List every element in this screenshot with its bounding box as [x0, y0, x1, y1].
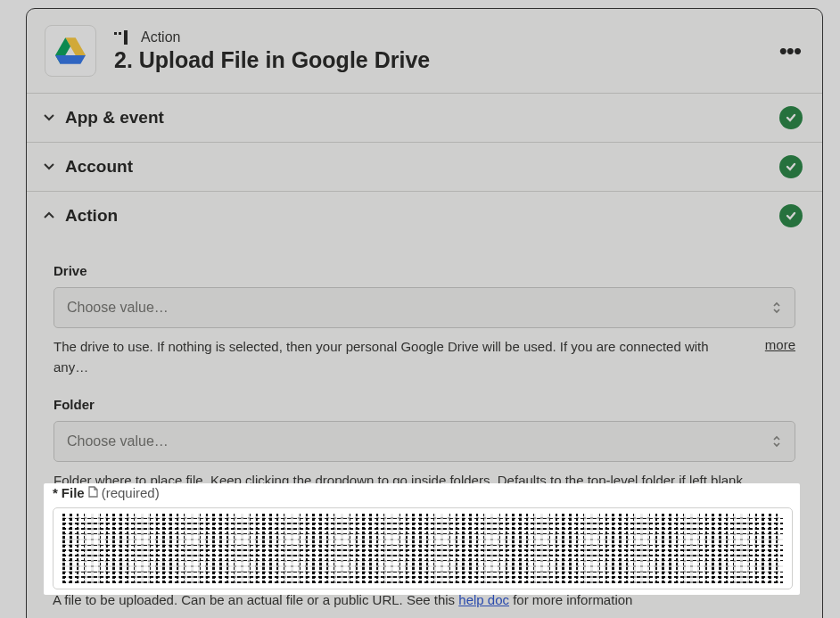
svg-rect-5	[124, 30, 128, 45]
svg-rect-4	[119, 32, 121, 35]
field-label: Folder	[54, 397, 795, 412]
select-caret-icon	[771, 433, 782, 449]
required-asterisk: *	[53, 485, 58, 500]
required-hint: (required)	[102, 485, 160, 500]
step-menu-button[interactable]: •••	[778, 36, 803, 66]
select-placeholder: Choose value…	[67, 300, 169, 316]
section-label: App & event	[65, 108, 779, 128]
file-input[interactable]	[53, 507, 793, 589]
section-label: Account	[65, 157, 779, 177]
chevron-down-icon	[38, 161, 60, 173]
select-caret-icon	[771, 300, 782, 316]
google-drive-icon	[55, 37, 86, 64]
field-help: The drive to use. If nothing is selected…	[54, 337, 747, 377]
svg-marker-2	[55, 55, 86, 64]
section-app-event[interactable]: App & event	[27, 94, 822, 143]
app-icon-container	[45, 25, 96, 77]
section-action[interactable]: Action	[27, 192, 822, 240]
chevron-up-icon	[38, 210, 60, 222]
drive-select[interactable]: Choose value…	[54, 287, 795, 328]
field-folder: Folder Choose value… Folder where to pla…	[54, 397, 795, 491]
file-type-icon	[88, 485, 98, 500]
svg-rect-3	[114, 32, 117, 35]
status-complete-icon	[779, 204, 803, 227]
chevron-down-icon	[38, 111, 60, 124]
file-preview-data	[62, 514, 783, 583]
field-file-highlighted: * File (required)	[44, 483, 800, 595]
action-step-icon	[114, 29, 134, 45]
folder-select[interactable]: Choose value…	[54, 421, 795, 462]
field-label: Drive	[54, 263, 795, 278]
field-label: File	[62, 485, 85, 500]
status-complete-icon	[779, 106, 803, 129]
section-account[interactable]: Account	[27, 143, 822, 192]
more-link[interactable]: more	[765, 337, 795, 352]
step-header: Action 2. Upload File in Google Drive ••…	[27, 9, 822, 94]
status-complete-icon	[779, 155, 803, 178]
field-drive: Drive Choose value… The drive to use. If…	[54, 263, 795, 377]
select-placeholder: Choose value…	[67, 433, 169, 449]
step-type-label: Action	[141, 29, 180, 45]
section-label: Action	[65, 206, 779, 226]
step-title: 2. Upload File in Google Drive	[114, 47, 778, 73]
